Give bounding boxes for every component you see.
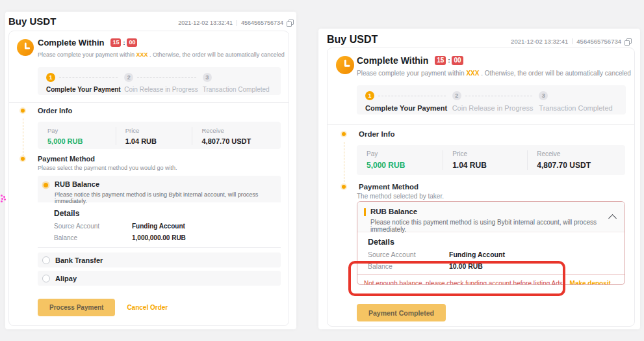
section-bullet-icon: [21, 157, 25, 161]
order-col-pay: Pay 5,000 RUB: [357, 150, 443, 170]
stray-pink-mark: [0, 193, 6, 202]
step-connector: [137, 77, 196, 78]
receive-value: 4,807.70 USDT: [201, 137, 281, 145]
order-col-price: Price 1.04 RUB: [443, 150, 527, 170]
option-notice: Please notice this payment method is usi…: [55, 191, 281, 204]
order-card: Complete Within 15 : 00 Please complete …: [8, 31, 289, 326]
order-info-section-header: Order Info: [21, 107, 72, 115]
order-card: Complete Within 15 : 00 Please complete …: [327, 48, 635, 327]
balance-error-row: Not enough balance, please check funding…: [357, 275, 625, 285]
section-bullet-icon: [21, 109, 25, 113]
payment-method-heading: Payment Method: [359, 183, 419, 191]
details-row-balance: Balance 10.00 RUB: [368, 262, 614, 270]
step-number: 3: [539, 91, 548, 100]
details-heading: Details: [54, 209, 281, 218]
details-label: Balance: [368, 262, 449, 270]
radio-unselected-icon[interactable]: [42, 275, 50, 282]
buy-usdt-panel-left: Buy USDT 2021-12-02 13:32:41 45645657567…: [5, 12, 296, 329]
step-label: Complete Your Payment: [365, 104, 452, 112]
order-meta: 2021-12-02 13:32:41 4564565756734: [178, 20, 293, 26]
chevron-up-icon[interactable]: [608, 214, 617, 223]
details-label: Balance: [54, 234, 132, 241]
copy-icon[interactable]: [287, 20, 293, 26]
copy-icon[interactable]: [625, 38, 631, 45]
option-label: RUB Balance: [370, 208, 605, 215]
selected-payment-method-card: RUB Balance Please notice this payment m…: [357, 201, 625, 285]
step-coin-release: 2 Coin Release in Progress: [452, 91, 539, 115]
step-transaction-completed: 3 Transaction Completed: [539, 91, 626, 115]
timer-colon: :: [448, 57, 450, 64]
timer-note-suffix: . Otherwise, the order will be automatic…: [479, 70, 630, 77]
timer-colon: :: [123, 40, 125, 46]
selected-method-header[interactable]: RUB Balance Please notice this payment m…: [357, 202, 625, 232]
step-number: 2: [124, 73, 133, 82]
order-col-receive: Receive 4,807.70 USDT: [527, 150, 625, 170]
order-col-price: Price 1.04 RUB: [116, 127, 192, 145]
pay-label: Pay: [367, 150, 443, 157]
step-label: Transaction Completed: [203, 86, 281, 93]
payment-details: Details Source Account Funding Account B…: [38, 204, 281, 248]
step-number: 1: [46, 73, 55, 82]
section-bullet-icon: [342, 132, 346, 136]
progress-steps: 1 Complete Your Payment 2 Coin Release i…: [38, 67, 281, 95]
payment-method-subtext: The method selected by taker.: [357, 193, 444, 200]
price-label: Price: [452, 150, 527, 157]
payment-details: Details Source Account Funding Account B…: [357, 232, 625, 270]
complete-within-row: Complete Within 15 : 00: [357, 55, 463, 66]
details-row-source: Source Account Funding Account: [54, 223, 281, 230]
timer-seconds-badge: 00: [452, 56, 463, 65]
balance-error-message: Not enough balance, please check funding…: [364, 280, 565, 285]
complete-within-heading: Complete Within: [38, 38, 104, 48]
payment-method-section-header: Payment Method: [21, 155, 95, 163]
step-connector: [465, 96, 533, 96]
payment-option-rub-balance[interactable]: RUB Balance Please notice this payment m…: [38, 176, 281, 202]
details-heading: Details: [368, 238, 614, 247]
option-label: Bank Transfer: [55, 256, 103, 264]
option-label: Alipay: [55, 275, 77, 282]
page-title: Buy USDT: [327, 34, 378, 46]
payment-method-heading: Payment Method: [38, 155, 95, 163]
details-value: Funding Account: [449, 251, 614, 258]
timer-note: Please complete your payment within XXX …: [357, 70, 631, 77]
details-label: Source Account: [368, 251, 449, 258]
action-buttons: Process Payment Cancel Order: [38, 299, 168, 316]
timer-note: Please complete your payment within XXX …: [38, 51, 285, 58]
option-notice: Please notice this payment method is usi…: [370, 219, 605, 233]
process-payment-button[interactable]: Process Payment: [38, 299, 115, 316]
timer-note-suffix: . Otherwise, the order will be automatic…: [148, 51, 285, 58]
step-label: Coin Release in Progress: [452, 104, 539, 112]
timer-note-prefix: Please complete your payment within: [38, 51, 136, 58]
step-connector: [378, 96, 446, 96]
order-id: 4564565756734: [576, 38, 621, 45]
section-bullet-icon: [342, 185, 346, 189]
order-col-receive: Receive 4,807.70 USDT: [192, 127, 281, 145]
step-number: 1: [365, 91, 374, 100]
payment-completed-button[interactable]: Payment Completed: [357, 304, 446, 321]
timer-note-prefix: Please complete your payment within: [357, 70, 466, 77]
screenshot-canvas: Buy USDT 2021-12-02 13:32:41 45645657567…: [0, 0, 644, 341]
page-title: Buy USDT: [8, 16, 56, 27]
order-col-pay: Pay 5,000 RUB: [38, 127, 116, 145]
payment-option-alipay[interactable]: Alipay: [38, 271, 281, 286]
radio-selected-icon[interactable]: [44, 183, 48, 187]
accent-bar-icon: [364, 208, 366, 216]
cancel-order-link[interactable]: Cancel Order: [127, 304, 168, 311]
order-timestamp: 2021-12-02 13:32:41: [178, 20, 233, 26]
timer-minutes-badge: 15: [110, 38, 121, 47]
timer-note-highlight: XXX: [136, 51, 148, 58]
clock-icon: [336, 56, 354, 74]
timer-note-highlight: XXX: [466, 70, 479, 77]
order-info-heading: Order Info: [359, 130, 395, 138]
make-deposit-link[interactable]: Make deposit: [570, 280, 611, 285]
receive-value: 4,807.70 USDT: [537, 161, 625, 170]
step-transaction-completed: 3 Transaction Completed: [203, 73, 281, 95]
step-connector: [59, 77, 118, 78]
radio-unselected-icon[interactable]: [42, 256, 50, 264]
section-divider: [328, 124, 634, 125]
payment-option-bank-transfer[interactable]: Bank Transfer: [38, 252, 281, 267]
meta-divider: [237, 20, 237, 26]
meta-divider: [572, 38, 573, 44]
step-complete-your-payment: 1 Complete Your Payment: [46, 73, 124, 95]
complete-within-row: Complete Within 15 : 00: [38, 38, 137, 48]
step-complete-your-payment: 1 Complete Your Payment: [365, 91, 452, 115]
